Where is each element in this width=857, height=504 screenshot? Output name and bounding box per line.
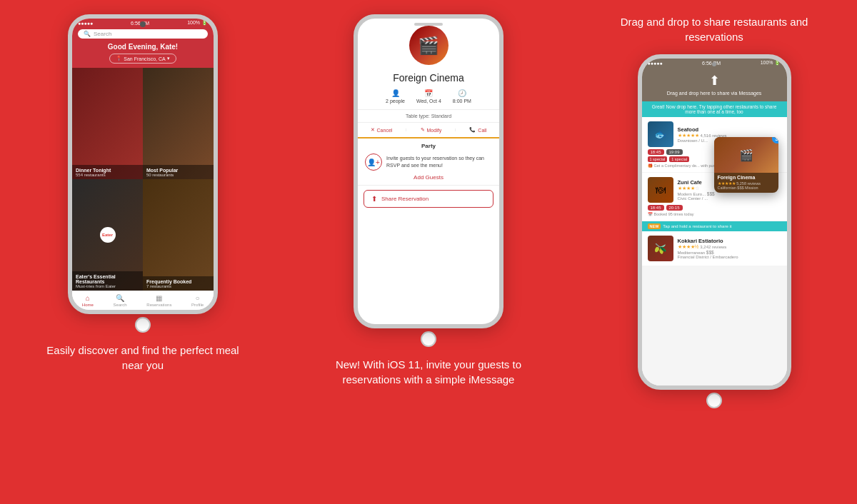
special-badge-1: 1 special: [648, 156, 668, 162]
modify-icon: ✎: [421, 127, 425, 133]
party-row: 👤+ Invite guests to your reservation so …: [365, 153, 492, 171]
floating-restaurant-card: 🎬 Foreign Cinema ★★★★★ 5,258 reviews Cal…: [714, 137, 778, 193]
kokkari-meta: Mediterranean $$$: [678, 250, 781, 255]
location-text: San Francisco, CA: [124, 56, 165, 61]
cell-title-3: Eater's Essential Restaurants: [76, 274, 139, 284]
date-text: Wed, Oct 4: [416, 99, 441, 104]
share-up-icon: ⬆: [709, 73, 720, 89]
party-title: Party: [365, 143, 492, 149]
add-person-icon: 👤+: [365, 153, 382, 171]
restaurant-card-kokkari[interactable]: 🫒 Kokkari Estiatorio ★★★★½ 3,242 reviews…: [642, 231, 787, 266]
cell-sub-1: 554 restaurants: [76, 173, 139, 177]
location-pill[interactable]: 📍 San Francisco, CA ▾: [109, 54, 176, 64]
gift-icon: 🎁: [648, 163, 653, 168]
cell-bg-1: [72, 68, 143, 179]
new-tip-banner: NEW Tap and hold a restaurant to share i…: [642, 221, 787, 231]
nav-profile[interactable]: ○ Profile: [191, 294, 204, 307]
avatar-circle: 🎬: [409, 26, 448, 65]
search-placeholder: Search: [94, 31, 111, 37]
floating-card-stars: ★★★★★ 5,258 reviews: [714, 181, 778, 186]
clock-icon: 🕗: [458, 89, 466, 97]
search-nav-icon: 🔍: [116, 294, 124, 302]
phone-2-wrapper: 🎬 Foreign Cinema 👤 2 people 📅 Wed, Oct 4…: [354, 14, 503, 347]
cancel-button[interactable]: ✕ Cancel: [371, 127, 393, 133]
time-badge-1[interactable]: 18:45: [648, 149, 664, 155]
seafood-img: 🐟: [648, 121, 673, 147]
floating-card-img: 🎬: [714, 137, 778, 173]
cell-sub-2: 50 restaurants: [146, 173, 210, 177]
people-text: 2 people: [386, 99, 405, 104]
nav-reservations[interactable]: ▦ Reservations: [146, 294, 171, 307]
home-button-3[interactable]: [706, 393, 722, 408]
nav-profile-label: Profile: [191, 303, 204, 307]
people-icon: 👤: [391, 89, 400, 97]
greeting-text: Good Evening, Kate!: [72, 43, 214, 54]
cell-sub-4: 7 restaurants: [146, 284, 210, 288]
phone-camera-1: [140, 21, 146, 27]
call-icon: 📞: [469, 127, 476, 133]
cell-title-4: Frequently Booked: [146, 279, 210, 284]
restaurant-name: Foreign Cinema: [358, 69, 499, 86]
cell-title-2: Most Popular: [146, 168, 210, 173]
grid-cell-most-popular[interactable]: Most Popular 50 restaurants: [143, 68, 214, 179]
kokkari-img: 🫒: [648, 236, 673, 261]
phone-3: ●●●●● 6:56 PM 100% 🔋 ⬆ Drag and drop her…: [638, 54, 791, 390]
cell-bg-4: [143, 179, 214, 291]
battery: 100% 🔋: [187, 20, 208, 26]
restaurant-avatar: 🎬: [358, 19, 499, 69]
phone-speaker-2: [414, 23, 443, 26]
phone-2: 🎬 Foreign Cinema 👤 2 people 📅 Wed, Oct 4…: [354, 14, 503, 328]
cell-overlay-3: Eater's Essential Restaurants Must-tries…: [72, 271, 143, 291]
profile-icon: ○: [196, 294, 200, 302]
nav-home[interactable]: ⌂ Home: [82, 294, 94, 307]
zuni-time-1[interactable]: 18:45: [648, 205, 664, 211]
home-button-1[interactable]: [135, 317, 151, 333]
column-3: Drag and drop to share restaurants and r…: [571, 0, 857, 504]
zuni-booked: 📅 Booked 95 times today: [648, 212, 781, 216]
detail-date: 📅 Wed, Oct 4: [416, 89, 441, 104]
cell-overlay-1: Dinner Tonight 554 restaurants: [72, 165, 143, 179]
divider-1: [406, 128, 406, 131]
call-button[interactable]: 📞 Call: [469, 127, 486, 133]
share-header: ⬆ Drag and drop here to share via Messag…: [642, 67, 787, 101]
battery-3: 100% 🔋: [761, 60, 781, 66]
search-input-display[interactable]: 🔍 Search: [78, 29, 208, 39]
kokkari-row: 🫒 Kokkari Estiatorio ★★★★½ 3,242 reviews…: [648, 236, 781, 261]
nav-search[interactable]: 🔍 Search: [114, 294, 127, 307]
modify-button[interactable]: ✎ Modify: [421, 127, 442, 133]
caption-1: Easily discover and find the perfect mea…: [43, 343, 243, 373]
kokkari-name: Kokkari Estiatorio: [678, 238, 781, 244]
home-button-2[interactable]: [421, 331, 436, 347]
chevron-icon: ▾: [167, 56, 170, 61]
restaurant-grid: Dinner Tonight 554 restaurants Most Popu…: [72, 68, 214, 291]
add-guests-button[interactable]: Add Guests: [365, 174, 492, 181]
cell-bg-2: [143, 68, 214, 179]
grid-cell-eater[interactable]: Eater Eater's Essential Restaurants Must…: [72, 179, 143, 291]
time-badge-2[interactable]: 19:09: [666, 149, 683, 155]
divider-2: [455, 128, 456, 131]
floating-card-name: Foreign Cinema: [714, 173, 778, 181]
calendar-icon: 📅: [424, 89, 433, 97]
share-drop-text: Drag and drop here to share via Messages: [667, 91, 762, 96]
search-icon: 🔍: [84, 31, 91, 37]
phone1-search-bar: 🔍 Search: [72, 27, 214, 43]
kokkari-info: Kokkari Estiatorio ★★★★½ 3,242 reviews M…: [678, 238, 781, 259]
zuni-times: 18:45 20:15: [648, 205, 781, 211]
column-2: 🎬 Foreign Cinema 👤 2 people 📅 Wed, Oct 4…: [286, 0, 571, 504]
time-text: 8:00 PM: [453, 99, 471, 104]
calendar-mini-icon: 📅: [648, 212, 653, 216]
home-icon: ⌂: [86, 294, 90, 302]
kokkari-location: Financial District / Embarcadero: [678, 255, 781, 259]
reservation-details: 👤 2 people 📅 Wed, Oct 4 🕗 8:00 PM: [358, 86, 499, 110]
grid-cell-dinner-tonight[interactable]: Dinner Tonight 554 restaurants: [72, 68, 143, 179]
detail-time: 🕗 8:00 PM: [453, 89, 471, 104]
zuni-time-2[interactable]: 20:15: [666, 205, 683, 211]
tip-banner: Great! Now drop here. Try tapping other …: [642, 101, 787, 117]
share-reservation-section[interactable]: ⬆ Share Reservation: [364, 190, 493, 208]
detail-people: 👤 2 people: [386, 89, 405, 104]
location-row: 📍 San Francisco, CA ▾: [72, 54, 214, 68]
cancel-label: Cancel: [377, 128, 393, 133]
party-section: Party 👤+ Invite guests to your reservati…: [358, 138, 499, 186]
grid-cell-frequently-booked[interactable]: Frequently Booked 7 restaurants: [143, 179, 214, 291]
reservations-icon: ▦: [156, 294, 162, 302]
